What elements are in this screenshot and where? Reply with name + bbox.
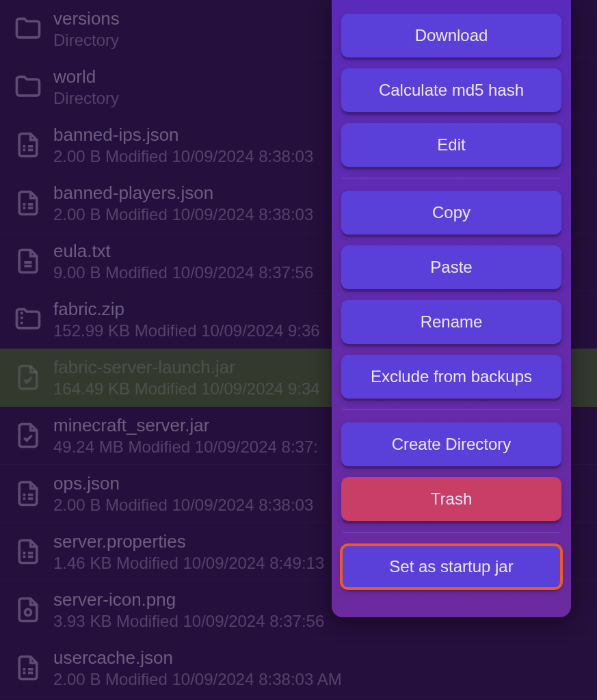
trash-button[interactable]: Trash — [341, 477, 561, 521]
context-menu: Download Calculate md5 hash Edit Copy Pa… — [332, 0, 571, 617]
menu-separator — [343, 178, 560, 178]
download-button[interactable]: Download — [341, 14, 561, 57]
exclude-backups-button[interactable]: Exclude from backups — [341, 355, 561, 399]
calculate-md5-button[interactable]: Calculate md5 hash — [341, 68, 561, 112]
menu-separator — [343, 532, 560, 533]
edit-button[interactable]: Edit — [341, 123, 561, 167]
rename-button[interactable]: Rename — [341, 300, 561, 344]
paste-button[interactable]: Paste — [341, 245, 561, 289]
create-directory-button[interactable]: Create Directory — [341, 422, 561, 466]
menu-separator — [343, 409, 560, 410]
copy-button[interactable]: Copy — [341, 191, 561, 234]
set-startup-jar-button[interactable]: Set as startup jar — [341, 545, 561, 589]
